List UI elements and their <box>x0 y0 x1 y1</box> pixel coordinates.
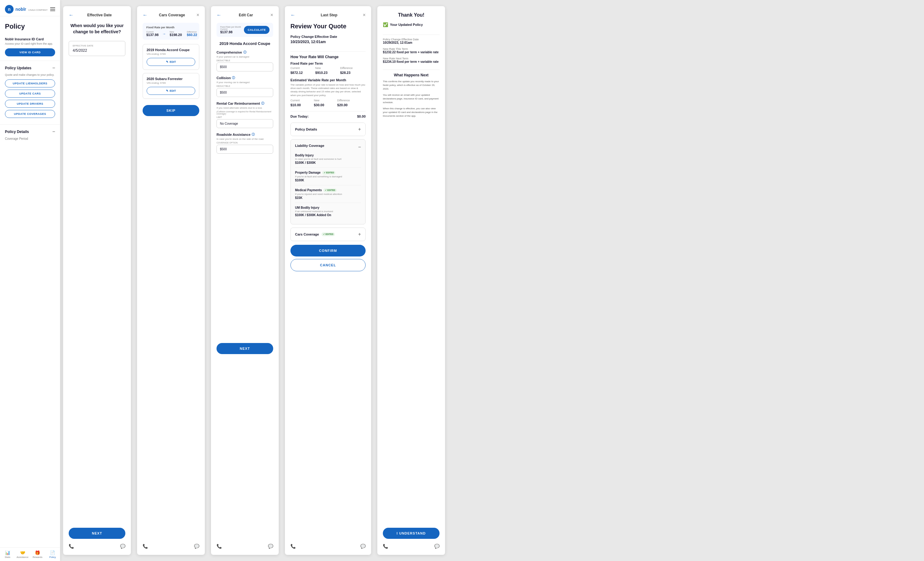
back-button-cars[interactable]: ← <box>142 12 147 18</box>
hamburger-menu[interactable] <box>50 8 55 11</box>
calc-rate-box: Fixed Rate per Month Current $137.98 CAL… <box>216 23 273 37</box>
panel-footer: 📞 💬 <box>69 539 125 549</box>
chat-icon-thankyou[interactable]: 💬 <box>434 544 440 549</box>
effective-date-question: When would you like your change to be ef… <box>69 23 125 35</box>
rental-info-icon[interactable]: ⓘ <box>261 101 264 106</box>
close-button-review[interactable]: × <box>363 12 366 18</box>
edit-car-1-button[interactable]: ✎ EDIT <box>147 58 195 66</box>
i-understand-button[interactable]: I UNDERSTAND <box>383 528 440 539</box>
edit-car-title: 2019 Honda Accord Coupe <box>216 41 273 46</box>
coverage-roadside: Roadside Assistance ⓘ In case you're stu… <box>216 132 273 154</box>
comprehensive-info-icon[interactable]: ⓘ <box>243 50 246 54</box>
policy-updates-section: Policy Updates − Quote and make changes … <box>0 61 60 125</box>
cars-coverage-expand-icon[interactable]: + <box>358 231 361 237</box>
calculate-button[interactable]: CALCULATE <box>244 26 270 34</box>
phone-icon-edit[interactable]: 📞 <box>216 544 222 549</box>
roadside-coverage-input[interactable] <box>216 145 273 154</box>
nav-stats[interactable]: 📊 Stats <box>0 548 15 561</box>
check-circle-icon: ✅ <box>383 22 388 27</box>
policy-updates-collapse-icon[interactable]: − <box>52 65 55 71</box>
update-drivers-button[interactable]: UPDATE DRIVERS <box>5 100 55 108</box>
check-icon-medical: ✓ <box>325 189 327 192</box>
cars-coverage-edited-badge: ✓ EDITED <box>321 232 335 236</box>
bottom-navigation: 📊 Stats 🤝 Assistance 🎁 Rewards 📄 Policy <box>0 548 60 561</box>
edit-car-2-button[interactable]: ✎ EDIT <box>147 87 195 95</box>
phone-icon-cars[interactable]: 📞 <box>142 544 148 549</box>
chat-icon[interactable]: 💬 <box>120 544 125 549</box>
close-button-edit[interactable]: × <box>270 12 273 18</box>
noblr-logo-subtitle: USAA COMPANY <box>28 9 47 11</box>
what-happens-next-title: What Happens Next <box>383 73 440 77</box>
nav-assistance[interactable]: 🤝 Assistance <box>15 548 30 561</box>
skip-button[interactable]: SKIP <box>142 105 199 116</box>
medical-payments-edited-badge: ✓ EDITED <box>323 188 337 192</box>
new-rate-next-term-row: New Rate Next Term $1234.10 fixed per te… <box>383 57 440 63</box>
car-item-1: 2019 Honda Accord Coupe VIN ending: 6789… <box>142 44 199 70</box>
review-quote-panel: ← Last Step × Review Your Quote Policy C… <box>285 6 371 555</box>
car-name-2: 2020 Subaru Forrester <box>147 77 195 81</box>
collision-info-icon[interactable]: ⓘ <box>232 76 235 80</box>
panel6-footer: 📞 💬 <box>383 539 440 549</box>
edit-pencil-icon-1: ✎ <box>166 60 168 63</box>
update-coverages-button[interactable]: UPDATE COVERAGES <box>5 110 55 118</box>
effective-date-field[interactable]: EFFECTIVE DATE 4/5/2022 <box>69 41 125 56</box>
property-damage-row: Property Damage ✓ EDITED If you're at fa… <box>295 171 361 182</box>
close-button-cars[interactable]: × <box>196 12 199 18</box>
phone-icon-thankyou[interactable]: 📞 <box>383 544 388 549</box>
panel-title: Effective Date <box>87 13 111 17</box>
confirm-button[interactable]: CONFIRM <box>291 245 366 256</box>
phone-icon[interactable]: 📞 <box>69 544 74 549</box>
bodily-injury-row: Bodily Injury In case you're at fault an… <box>295 154 361 164</box>
back-button-edit[interactable]: ← <box>216 12 222 18</box>
update-cars-button[interactable]: UPDATE CARS <box>5 90 55 98</box>
policy-details-collapse-icon[interactable]: − <box>52 129 55 135</box>
check-icon-property: ✓ <box>324 171 326 174</box>
chat-icon-review[interactable]: 💬 <box>360 544 366 549</box>
policy-sidebar: n noblr USAA COMPANY Policy Noblr Insura… <box>0 0 60 561</box>
comprehensive-deductible-input[interactable] <box>216 63 273 71</box>
stats-icon: 📊 <box>5 550 10 555</box>
update-lienholders-button[interactable]: UPDATE LIENHOLDERS <box>5 80 55 87</box>
liability-collapse-icon[interactable]: − <box>358 144 361 150</box>
what-happens-para-1: This confirms the update you recently ma… <box>383 80 440 91</box>
cars-coverage-panel: ← Cars Coverage × Fixed Rate per Month C… <box>137 6 205 555</box>
policy-details-box: Policy Details + <box>291 123 366 136</box>
new-rate-this-term-row: New Rate This Term $1232.22 fixed per te… <box>383 47 440 54</box>
phone-icon-review[interactable]: 📞 <box>291 544 296 549</box>
id-card-section: Noblr Insurance ID Card Access your ID c… <box>0 33 60 61</box>
collision-deductible-input[interactable] <box>216 88 273 97</box>
coverage-comprehensive: Comprehensive ⓘ If your parked car is da… <box>216 50 273 71</box>
policy-details-header[interactable]: Policy Details + <box>291 123 365 136</box>
nav-rewards[interactable]: 🎁 Rewards <box>30 548 45 561</box>
cars-coverage-header: Cars Coverage ✓ EDITED + <box>291 228 366 241</box>
panel5-title: Last Step <box>321 13 337 17</box>
edit-car-panel: ← Edit Car × Fixed Rate per Month Curren… <box>211 6 279 555</box>
back-button-review[interactable]: ← <box>291 12 296 18</box>
what-happens-para-2: You will receive an email with your upda… <box>383 93 440 104</box>
cancel-button[interactable]: CANCEL <box>291 259 366 271</box>
car-vin-2: VIN ending: 6789 <box>147 82 195 84</box>
estimated-variable-section: Estimated Variable Rate per Month The va… <box>291 78 366 107</box>
view-id-card-button[interactable]: VIEW ID CARD <box>5 48 55 56</box>
fixed-rate-term-title: Fixed Rate per Term <box>291 62 366 65</box>
next-button[interactable]: NEXT <box>69 528 125 539</box>
coverage-collision: Collision ⓘ If your moving car is damage… <box>216 76 273 97</box>
est-var-desc: The variable portion of your rate is bas… <box>291 83 366 97</box>
panel4-title: Edit Car <box>239 13 253 17</box>
nav-policy[interactable]: 📄 Policy <box>45 548 60 561</box>
panel4-footer: 📞 💬 <box>216 539 273 549</box>
edit-pencil-icon-2: ✎ <box>166 89 168 92</box>
fixed-rate-table: Current New Difference $872.12 $910.23 $… <box>291 66 366 75</box>
chat-icon-edit[interactable]: 💬 <box>268 544 273 549</box>
policy-details-expand-icon[interactable]: + <box>358 126 361 132</box>
rental-limit-input[interactable] <box>216 119 273 128</box>
edit-car-next-button[interactable]: NEXT <box>216 343 273 354</box>
roadside-info-icon[interactable]: ⓘ <box>252 132 255 137</box>
logo-container: n noblr USAA COMPANY <box>0 0 60 16</box>
noblr-logo-text: noblr <box>15 7 26 12</box>
um-bodily-injury-row: UM Bodily Injury If an uninsured motoris… <box>295 206 361 217</box>
chat-icon-cars[interactable]: 💬 <box>194 544 199 549</box>
rewards-icon: 🎁 <box>35 550 40 555</box>
back-button[interactable]: ← <box>69 12 74 18</box>
medical-payments-row: Medical Payments ✓ EDITED If you're inju… <box>295 188 361 200</box>
